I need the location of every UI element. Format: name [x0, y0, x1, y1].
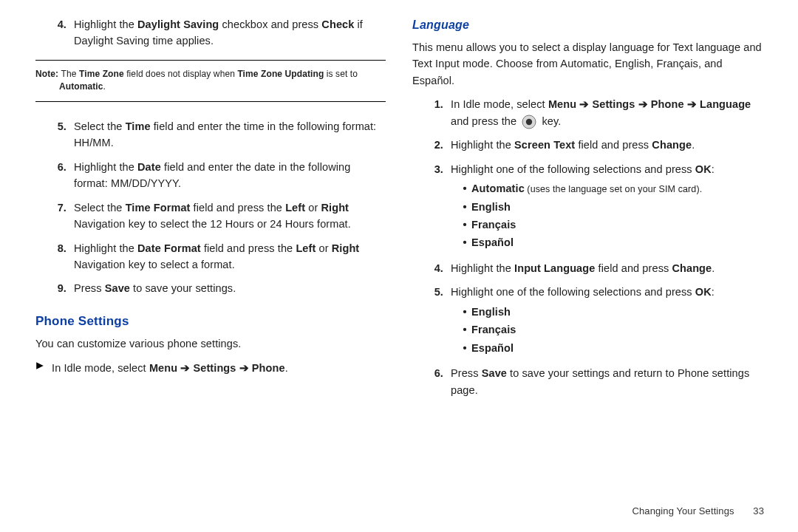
bold-text: Left — [296, 242, 316, 254]
step-body: Highlight the Date field and enter the d… — [74, 159, 386, 192]
step-8: 8. Highlight the Date Format field and p… — [35, 240, 386, 273]
step-number: 3. — [412, 161, 451, 257]
text: Select the — [74, 120, 126, 132]
step-6: 6. Highlight the Date field and enter th… — [35, 159, 386, 192]
bold-text: Menu ➔ Settings ➔ Phone — [149, 362, 285, 374]
step-body: Highlight the Screen Text field and pres… — [451, 137, 763, 153]
bold-text: English — [471, 199, 511, 215]
page: 4. Highlight the Daylight Saving checkbo… — [0, 0, 798, 413]
bullet-icon: • — [458, 180, 471, 197]
option-automatic: •Automatic (uses the language set on you… — [458, 180, 763, 197]
step-number: 4. — [35, 16, 74, 50]
lang-step-6: 6. Press Save to save your settings and … — [412, 365, 763, 398]
bold-text: OK — [695, 163, 712, 175]
text: : — [712, 286, 715, 298]
text: Navigation key to select a format. — [74, 259, 235, 270]
bold-text: Left — [285, 202, 305, 214]
screen-text-options: •Automatic (uses the language set on you… — [451, 180, 763, 251]
step-number: 5. — [412, 284, 451, 362]
option-francais: •Français — [458, 321, 763, 338]
text: and press the — [451, 115, 519, 127]
bold-text: Time — [126, 120, 151, 132]
bullet-icon: • — [458, 234, 471, 250]
step-body: Highlight the Daylight Saving checkbox a… — [74, 16, 386, 50]
footer-section: Changing Your Settings — [632, 505, 734, 516]
step-number: 6. — [35, 159, 74, 192]
bold-text: Input Language — [514, 262, 595, 274]
step-body: Highlight one of the following selection… — [451, 284, 763, 362]
text: Select the — [74, 202, 126, 214]
bold-text: Date Format — [137, 242, 201, 254]
bold-text: Daylight Saving — [137, 18, 219, 30]
option-english: •English — [458, 199, 763, 215]
text: . — [103, 81, 106, 92]
step-body: Highlight the Input Language field and p… — [451, 260, 763, 276]
bold-text: Right — [332, 242, 360, 254]
option-english: •English — [458, 304, 763, 320]
svg-point-2 — [526, 119, 532, 125]
step-number: 8. — [35, 240, 74, 273]
bold-text: Date — [137, 161, 161, 173]
step-number: 1. — [412, 96, 451, 129]
bold-text: Change — [672, 262, 712, 274]
bullet-icon: • — [458, 321, 471, 338]
bold-text: Español — [471, 340, 514, 356]
phone-settings-heading: Phone Settings — [35, 312, 386, 331]
text: Highlight the — [74, 161, 137, 173]
text: to save your settings. — [130, 282, 236, 294]
bold-text: Français — [471, 321, 516, 338]
step-number: 7. — [35, 200, 74, 233]
text: is set to — [324, 69, 358, 79]
step-body: Select the Time Format field and press t… — [74, 200, 386, 233]
text: . — [692, 139, 695, 151]
text: Highlight one of the following selection… — [451, 163, 695, 175]
bold-text: Automatic — [59, 81, 103, 92]
step-number: 2. — [412, 137, 451, 153]
bold-text: Right — [321, 202, 349, 214]
step-body: Press Save to save your settings. — [74, 280, 386, 296]
step-9: 9. Press Save to save your settings. — [35, 280, 386, 296]
bullet-icon: • — [458, 216, 471, 233]
text: field and press — [595, 262, 672, 274]
bold-text: Time Format — [126, 202, 191, 214]
phone-settings-intro: You can customize various phone settings… — [35, 335, 386, 352]
bold-text: OK — [695, 286, 712, 298]
step-4: 4. Highlight the Daylight Saving checkbo… — [35, 16, 386, 50]
note-box: Note: The Time Zone field does not displ… — [35, 60, 386, 102]
bold-text: Save — [105, 282, 130, 294]
text: In Idle mode, select — [451, 98, 548, 110]
option-espanol: •Español — [458, 234, 763, 250]
language-heading: Language — [412, 16, 763, 35]
bullet-icon: • — [458, 340, 471, 356]
bold-text: Time Zone — [79, 69, 124, 79]
right-column: Language This menu allows you to select … — [399, 16, 768, 406]
text: field does not display when — [124, 69, 238, 79]
text: Press — [74, 282, 105, 294]
lang-step-2: 2. Highlight the Screen Text field and p… — [412, 137, 763, 153]
page-footer: Changing Your Settings 33 — [632, 504, 764, 519]
text: The — [61, 69, 79, 79]
text: key. — [539, 115, 561, 127]
option-francais: •Français — [458, 216, 763, 233]
text: or — [316, 242, 331, 254]
text: Highlight the — [74, 242, 137, 254]
text: Highlight the — [451, 139, 514, 151]
bullet-icon: • — [458, 304, 471, 320]
left-column: 4. Highlight the Daylight Saving checkbo… — [30, 16, 399, 406]
bold-text: Automatic — [471, 183, 525, 194]
bold-text: Check — [321, 18, 354, 30]
text: Highlight the — [451, 262, 514, 274]
lang-step-5: 5. Highlight one of the following select… — [412, 284, 763, 362]
bold-text: Time Zone Updating — [237, 69, 324, 79]
input-language-options: •English •Français •Español — [451, 304, 763, 356]
text: . — [285, 362, 288, 374]
text: In Idle mode, select — [52, 362, 149, 374]
text: or — [305, 202, 321, 214]
lang-step-4: 4. Highlight the Input Language field an… — [412, 260, 763, 276]
step-number: 4. — [412, 260, 451, 276]
text: : — [712, 163, 715, 175]
bold-text: Español — [471, 234, 514, 250]
step-number: 5. — [35, 118, 74, 151]
text: field and press the — [190, 202, 285, 214]
lang-step-1: 1. In Idle mode, select Menu ➔ Settings … — [412, 96, 763, 129]
